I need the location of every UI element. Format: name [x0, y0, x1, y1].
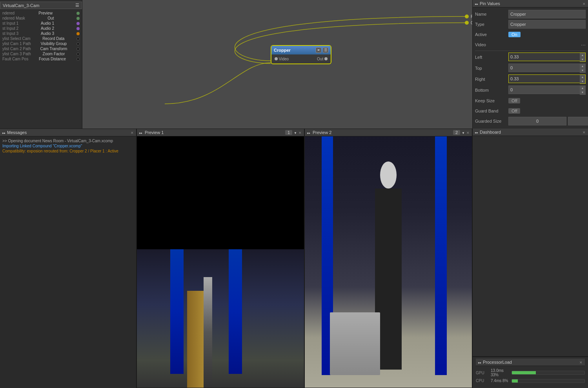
node-row: ylist Cam 1 Path Visibility Group [0, 41, 82, 46]
pin-values-title: Pin Values [480, 1, 500, 6]
node-list-title: VirtualCam_3-Cam ☰ [0, 2, 82, 9]
pin-values-panel: Pin Values Name Type Active On Video [472, 0, 588, 129]
pin-right-input[interactable] [508, 74, 580, 83]
previews-area: Preview 1 1 [137, 129, 472, 388]
processor-panel: ProcessorLoad GPU 13.0ms 33% CPU 7.4ms 8… [473, 357, 588, 388]
pin-guardband-label: Guard Band [475, 109, 508, 113]
pin-row-type: Type [475, 20, 586, 29]
pin-row-bottom: Bottom ▲ ▼ [475, 85, 586, 95]
row-value-3: Audio 2 [41, 26, 54, 31]
pin-active-badge[interactable]: On [508, 32, 521, 37]
dot-9 [76, 58, 80, 61]
node-title-text: VirtualCam_3-Cam [3, 3, 39, 8]
preview1-bg [137, 136, 304, 388]
pin-row-active: Active On [475, 30, 586, 39]
pin-left-spinbtns: ▲ ▼ [580, 53, 586, 62]
row-label-0: ndered [2, 11, 15, 15]
gpu-row: GPU 13.0ms 33% [476, 368, 585, 377]
preview1-body [137, 136, 304, 388]
pin-bottom-input[interactable] [508, 85, 580, 94]
pin-left-up[interactable]: ▲ [580, 53, 585, 57]
msg-line-0: >> Opening document News Room - VirtualC… [2, 139, 134, 143]
pin-type-label: Type [475, 22, 508, 27]
dashboard-title: Dashboard [480, 130, 501, 134]
msg-line-2: Compatibility: exposion rerouted from: C… [2, 149, 134, 153]
preview2-body [305, 136, 472, 388]
port-label-out: Out [317, 57, 323, 61]
preview2-close[interactable] [466, 130, 470, 135]
pin-keepsize-badge[interactable]: Off [508, 98, 520, 103]
node-row: Fault Cam Pos Focus Distance [0, 56, 82, 62]
pin-row-name: Name [475, 10, 586, 18]
dot-1 [76, 17, 80, 20]
processor-close[interactable] [579, 360, 583, 364]
preview2-chevron[interactable] [462, 130, 465, 135]
p2-body [375, 189, 402, 301]
wire-svg: Preview Out [82, 0, 472, 129]
pin-guardedsize-input2[interactable] [568, 117, 588, 125]
port-dot-left [275, 57, 278, 60]
node-editor: VirtualCam_3-Cam ☰ ndered Preview ndered… [0, 0, 588, 129]
pin-values-close[interactable] [583, 1, 586, 6]
preview1-chevron[interactable] [294, 130, 297, 135]
preview2-panel: Preview 2 2 [304, 129, 472, 388]
pin-video-dots[interactable]: ··· [581, 42, 586, 48]
pin-type-input[interactable] [508, 20, 586, 29]
row-value-4: Audio 3 [41, 31, 54, 36]
blue-pillar-2 [229, 249, 242, 373]
row-value-0: Preview [38, 11, 53, 15]
preview1-header: Preview 1 1 [137, 129, 304, 136]
cropper-node[interactable]: Cropper ✕ ☰ Video Out [271, 45, 331, 64]
node-row: ylist Select Cam Record Data [0, 36, 82, 41]
msg-line-1: Importing Linked Compound "Cropper.xcomp… [2, 144, 134, 148]
pin-left-down[interactable]: ▼ [580, 57, 585, 62]
blue-pillar-1 [170, 249, 184, 373]
dashboard-close[interactable] [583, 130, 586, 134]
expand-icon-proc [478, 360, 481, 364]
preview2-bg [305, 136, 472, 388]
dot-3 [76, 27, 80, 30]
cpu-bar-fill [512, 379, 518, 383]
dot-7 [76, 47, 80, 51]
messages-close[interactable] [131, 130, 134, 135]
cropper-node-title: Cropper [274, 48, 291, 53]
port-left: Video [275, 57, 289, 61]
pin-row-left: Left ▲ ▼ [475, 53, 586, 62]
preview2-num-badge: 2 [453, 130, 460, 135]
pin-bottom-up[interactable]: ▲ [580, 86, 585, 90]
node-close-btn[interactable]: ✕ [316, 47, 321, 53]
right-bottom-panels: Dashboard ProcessorLoad GPU 13.0ms 33% [472, 129, 588, 388]
pin-active-label: Active [475, 32, 508, 37]
processor-header-title: ProcessorLoad [478, 360, 512, 364]
dashboard-header-title: Dashboard [475, 130, 501, 134]
pin-top-input[interactable] [508, 63, 580, 72]
pin-right-down[interactable]: ▼ [580, 79, 585, 83]
pin-guardband-badge[interactable]: Off [508, 108, 520, 114]
port-right: Out [317, 57, 328, 61]
row-label-1: ndered Mask [2, 16, 25, 20]
row-value-7: Cam Transform [40, 47, 67, 51]
pin-top-up[interactable]: ▲ [580, 64, 585, 68]
pin-right-up[interactable]: ▲ [580, 75, 585, 79]
p2-desk [330, 312, 380, 375]
bottom-section: Messages >> Opening document News Room -… [0, 129, 588, 388]
pin-top-down[interactable]: ▼ [580, 68, 585, 73]
pin-bottom-down[interactable]: ▼ [580, 90, 585, 94]
pin-name-input[interactable] [508, 10, 586, 18]
pin-left-spin: ▲ ▼ [508, 53, 586, 62]
node-row: st Input 1 Audio 1 [0, 21, 82, 26]
pin-guardedsize-input1[interactable] [508, 117, 566, 125]
row-value-9: Focus Distance [39, 57, 66, 61]
gpu-label: GPU [476, 371, 488, 375]
preview1-close[interactable] [299, 130, 302, 135]
row-value-5: Record Data [42, 36, 64, 41]
messages-title: Messages [7, 130, 27, 135]
svg-point-0 [465, 15, 469, 18]
cpu-bar-bg [512, 379, 585, 383]
pin-left-input[interactable] [508, 53, 580, 61]
node-canvas[interactable]: Preview Out Cropper ✕ ☰ Video Out [82, 0, 472, 129]
row-label-4: st Input 3 [2, 31, 18, 36]
pin-top-label: Top [475, 66, 508, 71]
node-settings-btn[interactable]: ☰ [323, 47, 328, 53]
cropper-node-header: Cropper ✕ ☰ [271, 46, 331, 54]
